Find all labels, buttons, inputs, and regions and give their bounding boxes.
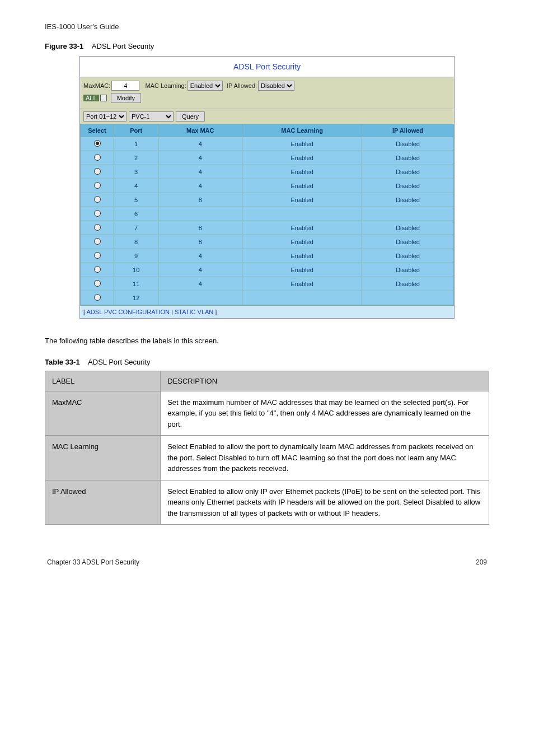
footer-right: 209 <box>476 558 487 566</box>
row-maclearn: Enabled <box>242 165 362 179</box>
query-button[interactable]: Query <box>176 111 205 122</box>
row-radio[interactable] <box>94 224 101 231</box>
row-port: 12 <box>114 291 158 305</box>
row-port: 2 <box>114 151 158 165</box>
row-radio[interactable] <box>94 182 101 189</box>
row-maclearn: Enabled <box>242 249 362 263</box>
link-adsl-pvc[interactable]: ADSL PVC CONFIGURATION <box>87 309 170 315</box>
row-maclearn: Enabled <box>242 193 362 207</box>
row-select-cell[interactable] <box>81 193 114 207</box>
figure-label: Figure 33-1 ADSL Port Security <box>45 42 489 50</box>
col-port: Port <box>114 124 158 137</box>
row-maxmac: 4 <box>158 137 242 151</box>
desc-h-label: LABEL <box>45 371 161 391</box>
desc-row: MAC LearningSelect Enabled to allow the … <box>45 436 489 480</box>
row-select-cell[interactable] <box>81 263 114 277</box>
row-maclearn <box>242 207 362 221</box>
table-row: 88EnabledDisabled <box>81 235 454 249</box>
row-port: 9 <box>114 249 158 263</box>
row-port: 7 <box>114 221 158 235</box>
description-table: LABEL DESCRIPTION MaxMACSet the maximum … <box>45 371 489 525</box>
row-port: 1 <box>114 137 158 151</box>
ipallowed-label: IP Allowed: <box>227 82 257 89</box>
row-radio[interactable] <box>94 238 101 245</box>
row-port: 10 <box>114 263 158 277</box>
row-radio[interactable] <box>94 252 101 259</box>
row-maxmac: 8 <box>158 193 242 207</box>
body-text: The following table describes the labels… <box>45 335 489 347</box>
desc-row-label: MAC Learning <box>45 436 161 480</box>
row-port: 8 <box>114 235 158 249</box>
all-checkbox[interactable] <box>100 95 107 101</box>
row-ipallow: Disabled <box>362 151 454 165</box>
col-select: Select <box>81 124 114 137</box>
pvc-select[interactable]: PVC-1 <box>129 111 174 122</box>
col-ipallowed: IP Allowed <box>362 124 454 137</box>
row-maxmac: 4 <box>158 249 242 263</box>
table-row: 34EnabledDisabled <box>81 165 454 179</box>
desc-row-label: IP Allowed <box>45 480 161 525</box>
row-select-cell[interactable] <box>81 151 114 165</box>
row-radio[interactable] <box>94 294 101 301</box>
row-select-cell[interactable] <box>81 165 114 179</box>
table-row: 78EnabledDisabled <box>81 221 454 235</box>
row-select-cell[interactable] <box>81 207 114 221</box>
screenshot-panel: ADSL Port Security MaxMAC: MAC Learning:… <box>79 56 455 319</box>
row-select-cell[interactable] <box>81 277 114 291</box>
row-radio[interactable] <box>94 168 101 175</box>
desc-row: IP AllowedSelect Enabled to allow only I… <box>45 480 489 525</box>
row-ipallow <box>362 291 454 305</box>
table-row: 114EnabledDisabled <box>81 277 454 291</box>
row-maclearn <box>242 291 362 305</box>
footer-links: [ ADSL PVC CONFIGURATION | STATIC VLAN ] <box>80 305 454 318</box>
desc-row-text: Set the maximum number of MAC addresses … <box>161 391 489 436</box>
row-radio[interactable] <box>94 140 101 147</box>
table-row: 58EnabledDisabled <box>81 193 454 207</box>
row-ipallow: Disabled <box>362 249 454 263</box>
link-static-vlan[interactable]: STATIC VLAN <box>175 309 213 315</box>
row-select-cell[interactable] <box>81 137 114 151</box>
port-range-select[interactable]: Port 01~12 <box>83 111 127 122</box>
table-row: 12 <box>81 291 454 305</box>
row-maclearn: Enabled <box>242 137 362 151</box>
figure-label-text: ADSL Port Security <box>92 42 154 50</box>
port-table: Select Port Max MAC MAC Learning IP Allo… <box>80 124 454 305</box>
row-maxmac: 4 <box>158 263 242 277</box>
figure-label-prefix: Figure 33-1 <box>45 42 83 50</box>
row-radio[interactable] <box>94 196 101 203</box>
row-select-cell[interactable] <box>81 291 114 305</box>
row-radio[interactable] <box>94 154 101 161</box>
row-ipallow: Disabled <box>362 263 454 277</box>
screenshot-title: ADSL Port Security <box>80 57 454 77</box>
form-panel: MaxMAC: MAC Learning: Enabled IP Allowed… <box>80 77 454 109</box>
table-row: 6 <box>81 207 454 221</box>
col-maxmac: Max MAC <box>158 124 242 137</box>
row-select-cell[interactable] <box>81 235 114 249</box>
row-port: 4 <box>114 179 158 193</box>
row-select-cell[interactable] <box>81 179 114 193</box>
row-maxmac: 4 <box>158 277 242 291</box>
maxmac-input[interactable] <box>111 81 139 91</box>
modify-button[interactable]: Modify <box>111 93 141 103</box>
ipallowed-select[interactable]: Disabled <box>258 81 294 91</box>
table-row: 24EnabledDisabled <box>81 151 454 165</box>
row-select-cell[interactable] <box>81 221 114 235</box>
table-row: 44EnabledDisabled <box>81 179 454 193</box>
row-radio[interactable] <box>94 280 101 287</box>
row-radio[interactable] <box>94 266 101 273</box>
col-maclearning: MAC Learning <box>242 124 362 137</box>
page-footer: Chapter 33 ADSL Port Security 209 <box>45 558 489 566</box>
row-maxmac: 8 <box>158 221 242 235</box>
row-radio[interactable] <box>94 210 101 217</box>
row-select-cell[interactable] <box>81 249 114 263</box>
footer-left: Chapter 33 ADSL Port Security <box>47 558 139 566</box>
row-ipallow: Disabled <box>362 235 454 249</box>
row-maclearn: Enabled <box>242 277 362 291</box>
row-maclearn: Enabled <box>242 179 362 193</box>
row-maclearn: Enabled <box>242 221 362 235</box>
maclearning-select[interactable]: Enabled <box>188 81 223 91</box>
desc-row-text: Select Enabled to allow the port to dyna… <box>161 436 489 480</box>
doc-header: IES-1000 User's Guide <box>45 22 489 31</box>
table-row: 94EnabledDisabled <box>81 249 454 263</box>
row-maclearn: Enabled <box>242 263 362 277</box>
